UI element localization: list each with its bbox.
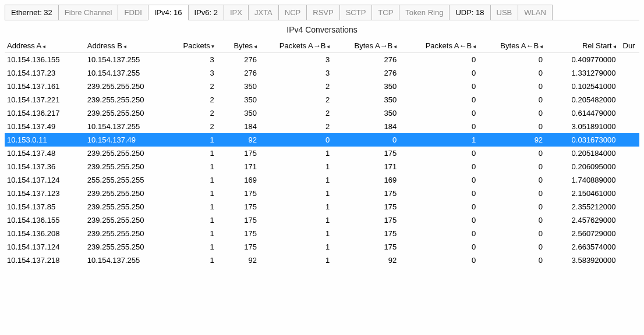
cell-bytes-b-a: 0 [479, 200, 546, 213]
table-row[interactable]: 10.154.136.208239.255.255.25011751175002… [5, 227, 639, 240]
cell-address-a: 10.154.137.221 [5, 93, 84, 106]
table-row[interactable]: 10.154.137.124239.255.255.25011751175002… [5, 240, 639, 254]
cell-rel-start: 1.740889000 [546, 173, 619, 187]
cell-bytes: 169 [218, 173, 260, 187]
cell-bytes-b-a: 0 [479, 213, 546, 227]
table-row[interactable]: 10.154.137.124255.255.255.25511691169001… [5, 173, 639, 187]
column-header-bytes-a-b[interactable]: Bytes A→B◂ [333, 39, 400, 53]
tab-jxta[interactable]: JXTA [248, 5, 279, 20]
table-row[interactable]: 10.154.137.4910.154.137.25521842184003.0… [5, 120, 639, 133]
cell-address-b: 239.255.255.250 [84, 160, 169, 173]
table-row[interactable]: 10.154.137.21810.154.137.255192192003.58… [5, 254, 639, 267]
table-row[interactable]: 10.154.137.36239.255.255.25011711171000.… [5, 160, 639, 173]
cell-address-a: 10.154.137.36 [5, 160, 84, 173]
tab-rsvp[interactable]: RSVP [306, 5, 339, 20]
tab-ipv4-16[interactable]: IPv4: 16 [148, 5, 189, 20]
cell-bytes-b-a: 0 [479, 93, 546, 106]
cell-packets: 1 [169, 147, 218, 160]
cell-packets-a-b: 2 [260, 106, 333, 120]
cell-rel-start: 1.331279000 [546, 66, 619, 80]
cell-address-b: 239.255.255.250 [84, 106, 169, 120]
cell-duration [620, 147, 640, 160]
tab-wlan[interactable]: WLAN [518, 5, 553, 20]
column-label: Address A [7, 41, 41, 50]
cell-bytes: 175 [218, 200, 260, 213]
cell-packets-b-a: 0 [400, 254, 479, 267]
cell-bytes-a-b: 350 [333, 93, 400, 106]
tab-usb[interactable]: USB [490, 5, 519, 20]
table-row[interactable]: 10.154.137.221239.255.255.25023502350000… [5, 93, 639, 106]
column-header-packets[interactable]: Packets▾ [169, 39, 218, 53]
cell-address-b: 239.255.255.250 [84, 93, 169, 106]
cell-bytes-a-b: 175 [333, 213, 400, 227]
table-row[interactable]: 10.154.136.155239.255.255.25011751175002… [5, 213, 639, 227]
cell-bytes-b-a: 0 [479, 254, 546, 267]
cell-packets: 1 [169, 213, 218, 227]
cell-bytes: 92 [218, 254, 260, 267]
cell-bytes-b-a: 0 [479, 147, 546, 160]
cell-address-a: 10.154.136.208 [5, 227, 84, 240]
cell-rel-start: 3.583920000 [546, 254, 619, 267]
column-header-bytes[interactable]: Bytes◂ [218, 39, 260, 53]
tab-token-ring[interactable]: Token Ring [399, 5, 450, 20]
table-row[interactable]: 10.154.137.123239.255.255.25011751175002… [5, 187, 639, 200]
column-header-packets-a-b[interactable]: Packets A←B◂ [400, 39, 479, 53]
cell-packets-a-b: 1 [260, 213, 333, 227]
table-row[interactable]: 10.154.136.217239.255.255.25023502350000… [5, 106, 639, 120]
cell-address-a: 10.153.0.11 [5, 133, 84, 147]
table-row[interactable]: 10.154.137.48239.255.255.25011751175000.… [5, 147, 639, 160]
cell-packets-a-b: 1 [260, 173, 333, 187]
sort-indicator-icon: ◂ [43, 43, 45, 49]
tab-ethernet-32[interactable]: Ethernet: 32 [5, 5, 59, 20]
column-label: Address B [87, 41, 122, 50]
cell-rel-start: 3.051891000 [546, 120, 619, 133]
cell-duration [620, 227, 640, 240]
cell-duration [620, 200, 640, 213]
cell-rel-start: 0.409770000 [546, 53, 619, 67]
cell-packets-a-b: 2 [260, 120, 333, 133]
tab-udp-18[interactable]: UDP: 18 [449, 5, 490, 20]
cell-packets-a-b: 1 [260, 187, 333, 200]
cell-bytes-b-a: 0 [479, 120, 546, 133]
cell-duration [620, 53, 640, 67]
column-header-bytes-a-b[interactable]: Bytes A←B◂ [479, 39, 546, 53]
cell-duration [620, 133, 640, 147]
tab-fibre-channel[interactable]: Fibre Channel [58, 5, 119, 20]
table-row[interactable]: 10.154.137.85239.255.255.25011751175002.… [5, 200, 639, 213]
panel-title: IPv4 Conversations [5, 25, 639, 34]
cell-bytes-a-b: 276 [333, 66, 400, 80]
cell-address-a: 10.154.137.85 [5, 200, 84, 213]
column-header-dur[interactable]: Dur [620, 39, 640, 53]
tab-ncp[interactable]: NCP [278, 5, 307, 20]
cell-address-b: 10.154.137.255 [84, 254, 169, 267]
tab-ipv6-2[interactable]: IPv6: 2 [188, 5, 224, 20]
table-row[interactable]: 10.154.137.2310.154.137.25532763276001.3… [5, 66, 639, 80]
cell-bytes: 350 [218, 93, 260, 106]
cell-bytes: 171 [218, 160, 260, 173]
column-header-rel-start[interactable]: Rel Start◂ [546, 39, 619, 53]
cell-packets: 1 [169, 254, 218, 267]
sort-indicator-icon: ◂ [613, 43, 616, 49]
cell-address-b: 10.154.137.255 [84, 120, 169, 133]
tab-fddi[interactable]: FDDI [118, 5, 148, 20]
column-header-address-a[interactable]: Address A◂ [5, 39, 84, 53]
column-label: Rel Start [582, 41, 612, 50]
tab-sctp[interactable]: SCTP [339, 5, 373, 20]
column-label: Bytes A→B [355, 41, 393, 50]
table-row[interactable]: 10.153.0.1110.154.137.49192001920.031673… [5, 133, 639, 147]
cell-duration [620, 106, 640, 120]
cell-address-b: 239.255.255.250 [84, 213, 169, 227]
cell-rel-start: 0.206095000 [546, 160, 619, 173]
column-header-address-b[interactable]: Address B◂ [84, 39, 169, 53]
cell-bytes-a-b: 350 [333, 106, 400, 120]
tab-tcp[interactable]: TCP [371, 5, 399, 20]
table-row[interactable]: 10.154.136.15510.154.137.25532763276000.… [5, 53, 639, 67]
table-header-row: Address A◂Address B◂Packets▾Bytes◂Packet… [5, 39, 639, 53]
cell-bytes: 276 [218, 66, 260, 80]
tab-ipx[interactable]: IPX [224, 5, 249, 20]
column-header-packets-a-b[interactable]: Packets A→B◂ [260, 39, 333, 53]
table-row[interactable]: 10.154.137.161239.255.255.25023502350000… [5, 80, 639, 93]
cell-rel-start: 2.457629000 [546, 213, 619, 227]
cell-duration [620, 80, 640, 93]
cell-packets: 3 [169, 53, 218, 67]
